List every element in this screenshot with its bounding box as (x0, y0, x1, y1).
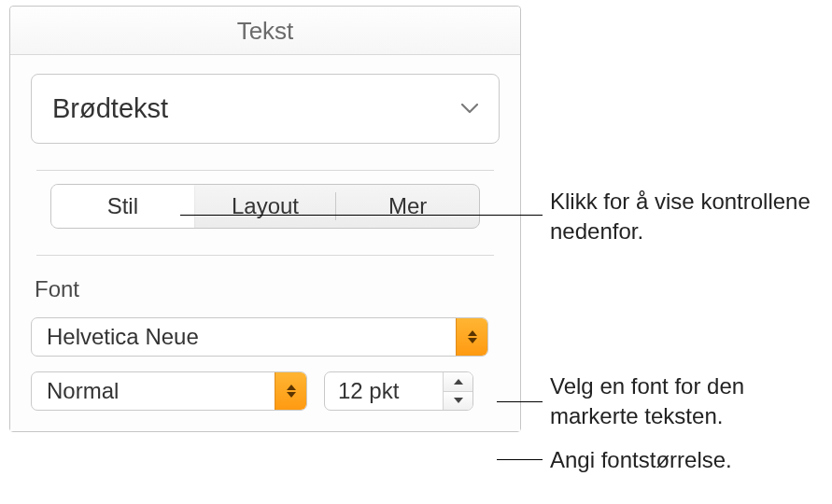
caret-down-icon (454, 398, 463, 403)
font-family-value: Helvetica Neue (32, 324, 199, 350)
panel-title: Tekst (10, 7, 520, 55)
callout-line (497, 459, 543, 460)
dropdown-arrows-icon (456, 318, 487, 356)
tab-mer[interactable]: Mer (336, 185, 479, 228)
font-size-field[interactable]: 12 pkt (324, 371, 473, 411)
dropdown-arrows-icon (275, 372, 306, 410)
font-family-dropdown[interactable]: Helvetica Neue (31, 317, 488, 357)
caret-up-icon (454, 379, 463, 385)
callout-tabs: Klikk for å vise kontrollene nedenfor. (550, 187, 821, 247)
font-weight-value: Normal (32, 378, 119, 404)
tab-layout[interactable]: Layout (194, 185, 337, 228)
divider (36, 255, 494, 256)
tab-stil[interactable]: Stil (51, 185, 194, 228)
text-inspector-panel: Tekst Brødtekst Stil Layout Mer Font Hel… (9, 6, 521, 432)
callout-line (180, 215, 543, 216)
paragraph-style-dropdown[interactable]: Brødtekst (31, 74, 500, 144)
font-size-stepper (443, 372, 472, 410)
font-weight-dropdown[interactable]: Normal (31, 371, 307, 411)
panel-body: Brødtekst Stil Layout Mer Font Helvetica… (10, 55, 520, 431)
callout-font: Velg en font for den markerte teksten. (550, 371, 821, 432)
font-size-step-down[interactable] (444, 392, 472, 411)
font-weight-size-row: Normal 12 pkt (31, 371, 500, 411)
tab-segmented-control: Stil Layout Mer (50, 184, 480, 229)
chevron-down-icon (461, 104, 478, 114)
font-size-step-up[interactable] (444, 372, 472, 392)
divider (36, 170, 494, 171)
paragraph-style-label: Brødtekst (52, 93, 168, 124)
font-size-value: 12 pkt (325, 378, 443, 404)
font-section-label: Font (35, 276, 500, 302)
callout-line (497, 401, 543, 402)
tab-stil-label: Stil (107, 193, 138, 218)
callout-size: Angi fontstørrelse. (550, 445, 821, 475)
